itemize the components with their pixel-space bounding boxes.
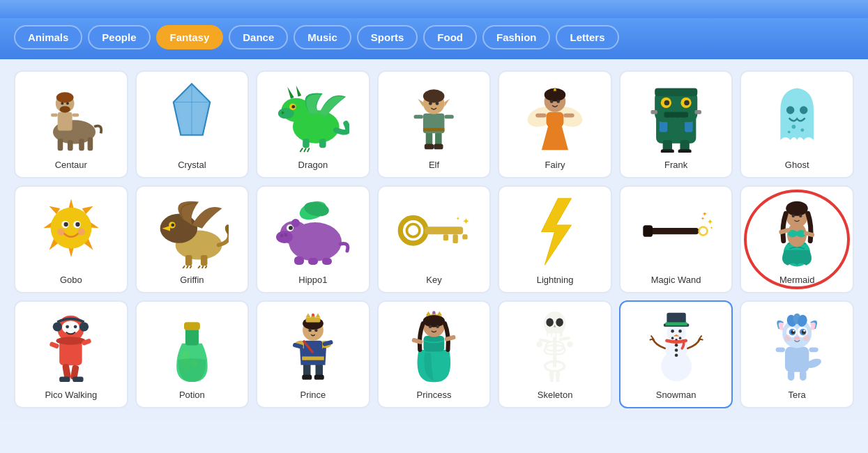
svg-point-7 [56, 92, 74, 102]
sprite-card-pico-walking[interactable]: Pico Walking [14, 300, 128, 408]
sprite-card-ghost[interactable]: Ghost [740, 70, 854, 178]
sprite-card-elf[interactable]: Elf [377, 70, 492, 178]
sprite-label-key: Key [426, 275, 441, 285]
sprite-label-tera: Tera [789, 390, 806, 400]
svg-marker-174 [305, 313, 310, 317]
svg-rect-11 [73, 113, 79, 116]
svg-rect-120 [463, 234, 468, 239]
sprite-card-hippo1[interactable]: Hippo1 [256, 185, 370, 293]
svg-rect-197 [553, 333, 556, 337]
svg-text:✦: ✦ [709, 225, 713, 229]
sprite-image-pico-walking [21, 307, 121, 385]
sprite-card-frank[interactable]: Frank [619, 70, 733, 178]
svg-rect-159 [184, 322, 200, 330]
svg-point-92 [57, 228, 65, 236]
svg-point-77 [800, 128, 804, 132]
category-btn-animals[interactable]: Animals [14, 25, 82, 49]
category-btn-dance[interactable]: Dance [229, 25, 288, 49]
svg-rect-114 [322, 258, 332, 265]
sprite-image-tera [747, 307, 847, 385]
svg-point-217 [671, 329, 674, 332]
sprite-card-crystal[interactable]: Crystal [135, 70, 250, 178]
sprite-card-mermaid[interactable]: Mermaid [740, 185, 854, 293]
svg-rect-196 [548, 333, 551, 337]
sprite-card-lightning[interactable]: Lightning [498, 185, 612, 293]
sprite-label-dragon: Dragon [298, 160, 328, 170]
svg-rect-241 [809, 347, 818, 352]
category-btn-letters[interactable]: Letters [556, 25, 618, 49]
sprite-card-centaur[interactable]: Centaur [14, 70, 128, 178]
sprite-image-dragon [263, 77, 363, 155]
svg-point-144 [56, 337, 86, 344]
sprite-card-tera[interactable]: Tera [740, 300, 854, 408]
svg-rect-155 [73, 376, 84, 382]
sprite-image-princess [384, 307, 485, 385]
svg-rect-67 [671, 112, 674, 117]
sprite-card-griffin[interactable]: Griffin [135, 185, 250, 293]
sprite-card-key[interactable]: ✦ ✦ Key [377, 185, 492, 293]
svg-rect-25 [319, 139, 326, 148]
sprite-label-crystal: Crystal [178, 160, 206, 170]
sprite-image-crystal [142, 77, 243, 155]
svg-point-220 [671, 337, 673, 339]
svg-rect-198 [557, 333, 560, 337]
svg-rect-69 [682, 112, 685, 117]
svg-point-35 [423, 89, 445, 102]
svg-point-74 [786, 106, 794, 114]
category-btn-people[interactable]: People [88, 25, 150, 49]
svg-marker-176 [315, 313, 320, 317]
category-btn-sports[interactable]: Sports [357, 25, 418, 49]
category-btn-fashion[interactable]: Fashion [482, 25, 551, 49]
category-btn-fantasy[interactable]: Fantasy [156, 25, 224, 49]
sprite-label-centaur: Centaur [55, 160, 87, 170]
svg-rect-1 [58, 138, 63, 150]
svg-marker-187 [437, 311, 442, 314]
svg-point-78 [788, 130, 791, 133]
svg-rect-242 [788, 369, 795, 380]
sprite-card-gobo[interactable]: Gobo [14, 185, 128, 293]
svg-point-149 [74, 325, 77, 328]
svg-rect-131 [643, 225, 653, 237]
svg-rect-41 [445, 114, 454, 118]
svg-rect-154 [60, 376, 70, 382]
sprite-card-fairy[interactable]: Fairy [498, 70, 612, 178]
svg-point-209 [537, 341, 543, 347]
svg-point-95 [224, 223, 229, 236]
svg-point-177 [312, 313, 314, 316]
sprite-label-lightning: Lightning [537, 275, 574, 285]
svg-point-108 [284, 233, 287, 237]
sprite-label-fairy: Fairy [545, 160, 565, 170]
sprite-card-dragon[interactable]: Dragon [256, 70, 370, 178]
sprite-image-magic-wand: ✦ ✦ ✦ ✦ [626, 192, 726, 270]
svg-point-22 [292, 105, 296, 108]
svg-rect-5 [58, 112, 73, 130]
category-btn-music[interactable]: Music [294, 25, 351, 49]
sprite-label-hippo1: Hippo1 [298, 275, 327, 285]
sprite-card-prince[interactable]: Prince [256, 300, 370, 408]
svg-rect-64 [655, 88, 697, 95]
category-btn-food[interactable]: Food [423, 25, 477, 49]
svg-rect-30 [425, 144, 434, 149]
svg-rect-101 [201, 254, 208, 265]
svg-point-8 [61, 102, 63, 105]
svg-point-237 [794, 336, 800, 339]
svg-rect-226 [785, 346, 809, 371]
sprite-card-magic-wand[interactable]: ✦ ✦ ✦ ✦ Magic Wand [619, 185, 733, 293]
sprite-card-princess[interactable]: Princess [377, 300, 492, 408]
sprite-label-frank: Frank [664, 160, 687, 170]
svg-point-49 [556, 100, 560, 103]
svg-point-151 [79, 322, 89, 331]
sprite-label-snowman: Snowman [656, 390, 696, 400]
sprite-card-snowman[interactable]: Snowman [619, 300, 733, 408]
svg-point-138 [792, 214, 795, 217]
sprite-label-princess: Princess [417, 390, 452, 400]
sprite-image-ghost [747, 77, 847, 155]
sprite-card-potion[interactable]: Potion [135, 300, 250, 408]
svg-point-225 [674, 353, 678, 357]
svg-rect-59 [694, 109, 701, 114]
svg-point-239 [803, 335, 810, 341]
svg-point-23 [282, 111, 284, 114]
category-bar: AnimalsPeopleFantasyDanceMusicSportsFood… [0, 18, 868, 59]
sprite-card-skeleton[interactable]: Skeleton [498, 300, 612, 408]
svg-point-115 [401, 217, 427, 243]
